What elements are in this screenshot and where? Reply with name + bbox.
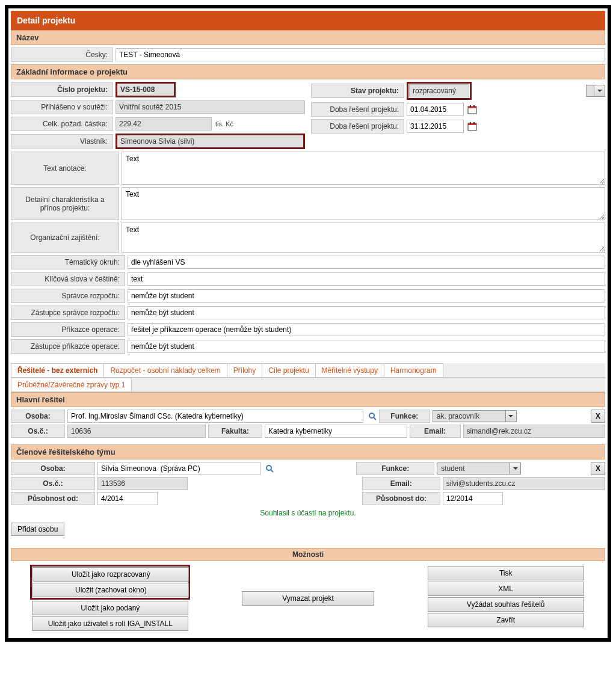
label-anotace: Text anotace: [11, 152, 119, 185]
input-spravce[interactable] [128, 289, 605, 303]
svg-rect-5 [468, 123, 476, 125]
button-save-keep[interactable]: Uložit (zachovat okno) [32, 583, 189, 597]
input-cl-od[interactable] [97, 492, 158, 505]
consent-text: Souhlasil s účastí na projektu. [11, 507, 605, 519]
tabs-row-2: Průběžné/Závěrečné zprávy typ 1 [11, 378, 605, 392]
label-cl-funkce: Funkce: [356, 462, 434, 475]
svg-rect-2 [470, 105, 471, 107]
input-doba1[interactable] [407, 103, 464, 116]
chevron-down-icon [510, 463, 520, 474]
input-cesky[interactable] [116, 48, 605, 61]
label-klicova: Klíčová slova v češtině: [11, 272, 125, 286]
label-cesky: Česky: [11, 48, 113, 62]
label-soutez: Přihlášeno v soutěži: [11, 100, 113, 114]
label-cl-osc: Os.č.: [11, 477, 95, 490]
tab-cile[interactable]: Cíle projektu [262, 363, 315, 378]
svg-rect-6 [470, 122, 471, 124]
label-doba1: Doba řešení projektu: [311, 102, 404, 117]
unit-castka: tis. Kč [212, 120, 233, 128]
button-hr-remove[interactable]: X [591, 410, 605, 423]
input-tema[interactable] [128, 256, 605, 269]
value-hr-osc: 10636 [67, 425, 206, 438]
section-hlavni-header: Hlavní řešitel [11, 392, 605, 407]
svg-line-9 [374, 417, 376, 420]
tab-rozpocet[interactable]: Rozpočet - osobní náklady celkem [103, 363, 227, 378]
textarea-org[interactable] [122, 223, 605, 253]
input-doba2[interactable] [407, 120, 464, 133]
value-vlastnik: Simeonova Silvia (silvi) [116, 134, 305, 149]
label-cl-do: Působnost do: [362, 492, 440, 505]
button-xml[interactable]: XML [428, 582, 584, 596]
section-basic-header: Základní informace o projektu [11, 64, 605, 79]
svg-point-10 [266, 465, 271, 470]
svg-rect-1 [468, 106, 476, 108]
label-cl-osoba: Osoba: [11, 462, 95, 475]
label-hr-osc: Os.č.: [11, 425, 65, 438]
label-cl-od: Působnost od: [11, 492, 95, 505]
button-print[interactable]: Tisk [428, 566, 584, 580]
svg-line-11 [271, 470, 273, 472]
value-stav: rozpracovaný [409, 84, 469, 97]
input-klicova[interactable] [128, 272, 605, 286]
search-icon[interactable] [265, 464, 274, 473]
chevron-down-icon [594, 85, 605, 96]
label-stav: Stav projektu: [311, 84, 404, 98]
label-org: Organizační zajištění: [11, 223, 119, 253]
input-prikazce[interactable] [128, 323, 605, 336]
label-hr-fakulta: Fakulta: [208, 425, 262, 438]
value-soutez: Vnitřní soutěž 2015 [116, 100, 305, 114]
svg-point-8 [369, 413, 374, 418]
label-doba2: Doba řešení projektu: [311, 119, 404, 134]
label-cl-email: Email: [362, 477, 440, 490]
textarea-detail[interactable] [122, 187, 605, 220]
input-zprikazce[interactable] [128, 340, 605, 353]
label-hr-osoba: Osoba: [11, 410, 65, 423]
button-save-submitted[interactable]: Uložit jako podaný [32, 601, 188, 615]
tab-vystupy[interactable]: Měřitelné výstupy [315, 363, 384, 378]
chevron-down-icon [505, 411, 516, 422]
input-cl-do[interactable] [443, 492, 503, 505]
input-cl-osoba[interactable] [97, 462, 260, 475]
label-castka: Celk. požad. částka: [11, 117, 113, 131]
tabs-row-1: Řešitelé - bez externích Rozpočet - osob… [11, 363, 605, 378]
section-moznosti-header: Možnosti [11, 548, 605, 561]
section-nazev-header: Název [11, 30, 605, 45]
button-cl-remove[interactable]: X [591, 462, 605, 475]
select-cl-funkce[interactable]: student [437, 462, 521, 475]
label-detail: Detailní charakteristika a přínos projek… [11, 187, 119, 220]
label-cislo: Číslo projektu: [11, 82, 113, 97]
tab-zpravy[interactable]: Průběžné/Závěrečné zprávy typ 1 [11, 378, 132, 392]
input-hr-fakulta[interactable] [265, 425, 407, 438]
page-title: Detail projektu [11, 11, 605, 30]
input-zspravce[interactable] [128, 306, 605, 319]
value-hr-email: simandl@rek.zcu.cz [463, 425, 606, 438]
search-icon[interactable] [368, 412, 377, 420]
value-cl-osc: 113536 [97, 477, 188, 490]
button-save-draft[interactable]: Uložit jako rozpracovaný [32, 567, 189, 582]
label-spravce: Správce rozpočtu: [11, 289, 125, 303]
tab-resitele[interactable]: Řešitelé - bez externích [11, 363, 104, 378]
select-hr-funkce[interactable]: ak. pracovník [433, 410, 517, 422]
label-prikazce: Příkazce operace: [11, 322, 125, 337]
calendar-icon[interactable] [467, 105, 477, 114]
button-request-consent[interactable]: Vyžádat souhlas řešitelů [428, 597, 584, 612]
label-hr-email: Email: [410, 425, 461, 438]
button-delete-project[interactable]: Vymazat projekt [242, 591, 374, 606]
textarea-anotace[interactable] [122, 152, 605, 185]
label-vlastnik: Vlastník: [11, 134, 113, 149]
calendar-icon[interactable] [467, 121, 477, 131]
select-stav[interactable] [586, 85, 605, 97]
label-zspravce: Zástupce správce rozpočtu: [11, 306, 125, 320]
svg-rect-3 [473, 105, 475, 107]
input-hr-osoba[interactable] [67, 410, 363, 423]
tab-harmonogram[interactable]: Harmonogram [384, 363, 443, 378]
value-castka: 229.42 [116, 117, 212, 131]
label-tema: Tématický okruh: [11, 255, 125, 269]
button-save-iga[interactable]: Uložit jako uživatel s rolí IGA_INSTALL [32, 616, 188, 631]
tab-prilohy[interactable]: Přílohy [227, 363, 262, 378]
button-add-person[interactable]: Přidat osobu [11, 523, 64, 536]
button-close[interactable]: Zavřít [428, 613, 584, 627]
label-zprikazce: Zástupce příkazce operace: [11, 339, 125, 354]
section-clenove-header: Členové řešitelského týmu [11, 444, 605, 459]
svg-rect-7 [473, 122, 475, 124]
